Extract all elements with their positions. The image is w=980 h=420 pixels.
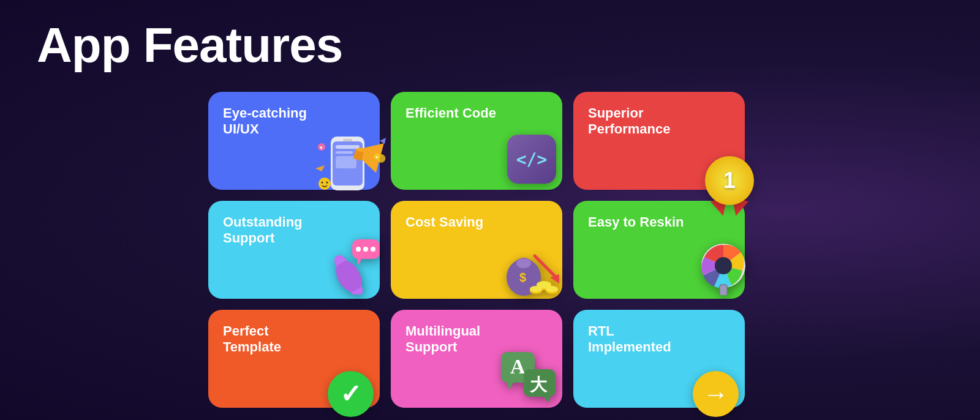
svg-point-38 bbox=[546, 286, 558, 292]
features-grid: Eye-catching UI/UX bbox=[208, 92, 745, 408]
feature-card-perfect-template: Perfect Template ✓ bbox=[208, 310, 380, 408]
svg-point-29 bbox=[516, 258, 531, 268]
feature-label-ui-ux: Eye-catching UI/UX bbox=[223, 105, 321, 138]
svg-rect-2 bbox=[343, 139, 352, 141]
checkmark-icon: ✓ bbox=[328, 371, 374, 417]
feature-label-cost-saving: Cost Saving bbox=[405, 214, 503, 230]
medal-number: 1 bbox=[705, 156, 754, 205]
arrow-right-icon: → bbox=[693, 371, 739, 417]
feature-label-efficient-code: Efficient Code bbox=[405, 105, 503, 121]
translate-icon: A 大 bbox=[498, 346, 559, 414]
feature-card-outstanding-support: Outstanding Support bbox=[208, 201, 380, 299]
svg-rect-4 bbox=[336, 151, 353, 154]
feature-card-efficient-code: Efficient Code </> bbox=[391, 92, 562, 190]
feature-card-cost-saving: Cost Saving $ bbox=[391, 201, 562, 299]
svg-text:A: A bbox=[510, 355, 526, 378]
medal-icon: 1 bbox=[705, 156, 754, 205]
svg-marker-14 bbox=[315, 165, 325, 171]
feature-card-multilingual-support: Multilingual Support A 大 bbox=[391, 310, 562, 408]
svg-point-18 bbox=[326, 182, 328, 184]
svg-text:$: $ bbox=[519, 271, 526, 284]
feature-label-easy-reskin: Easy to Reskin bbox=[588, 214, 686, 230]
svg-text:大: 大 bbox=[529, 375, 548, 394]
svg-point-40 bbox=[715, 257, 732, 274]
svg-point-26 bbox=[363, 247, 368, 252]
svg-rect-42 bbox=[720, 285, 726, 295]
color-wheel-icon bbox=[690, 234, 751, 305]
svg-text:♥: ♥ bbox=[320, 145, 323, 151]
svg-point-16 bbox=[318, 178, 331, 190]
feature-card-ui-ux: Eye-catching UI/UX bbox=[208, 92, 380, 190]
feature-label-rtl-implemented: RTL Implemented bbox=[588, 323, 686, 356]
svg-rect-3 bbox=[336, 145, 360, 149]
svg-text:★: ★ bbox=[375, 155, 379, 159]
code-bracket-icon: </> bbox=[507, 135, 556, 184]
svg-marker-47 bbox=[544, 397, 550, 403]
svg-marker-15 bbox=[380, 138, 386, 144]
feature-label-superior-performance: Superior Performance bbox=[588, 105, 686, 138]
page-title: App Features bbox=[37, 18, 342, 72]
svg-marker-44 bbox=[507, 383, 513, 390]
svg-point-36 bbox=[530, 286, 542, 292]
phone-megaphone-icon: ♥ ★ bbox=[312, 132, 392, 199]
svg-point-27 bbox=[371, 247, 375, 252]
svg-rect-5 bbox=[336, 156, 356, 168]
feature-label-outstanding-support: Outstanding Support bbox=[223, 214, 321, 247]
svg-point-17 bbox=[322, 182, 323, 184]
phone-chat-icon bbox=[322, 233, 383, 305]
feature-card-superior-performance: Superior Performance 1 bbox=[573, 92, 745, 190]
svg-point-25 bbox=[356, 247, 361, 252]
feature-label-perfect-template: Perfect Template bbox=[223, 323, 321, 356]
money-bag-icon: $ bbox=[498, 238, 565, 308]
svg-marker-24 bbox=[357, 259, 361, 265]
feature-label-multilingual-support: Multilingual Support bbox=[405, 323, 503, 356]
feature-card-rtl-implemented: RTL Implemented → bbox=[573, 310, 745, 408]
